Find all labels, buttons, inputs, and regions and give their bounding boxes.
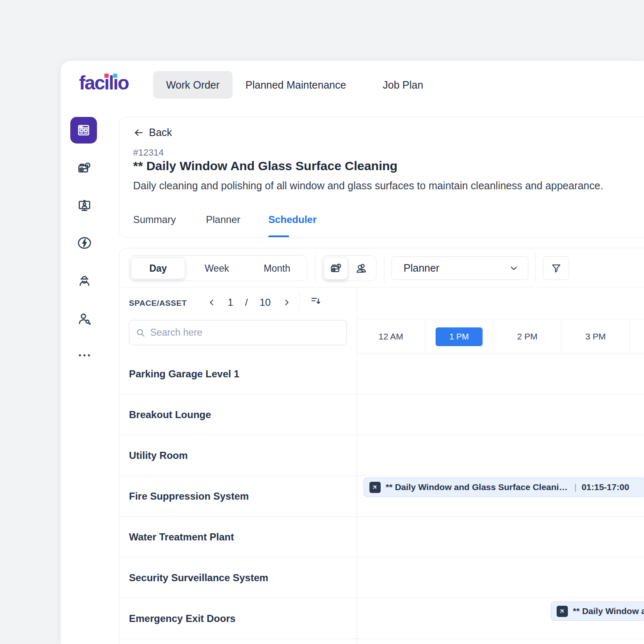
filter-button[interactable] bbox=[543, 256, 569, 280]
row-label: Parking Garage Level 1 bbox=[129, 368, 239, 380]
row-label: Security Surveillance System bbox=[129, 572, 268, 584]
row-label: Breakout Lounge bbox=[129, 409, 211, 421]
hour-cell-12am[interactable]: 12 AM bbox=[357, 320, 425, 353]
nav-tab-planned-maintenance[interactable]: Planned Maintenance bbox=[245, 71, 346, 99]
table-row[interactable]: Utility Room bbox=[119, 435, 644, 476]
logo-dot-teal bbox=[113, 74, 117, 78]
nav-tab-job-plan[interactable]: Job Plan bbox=[383, 71, 423, 99]
pagination: 1 / 10 bbox=[208, 294, 291, 311]
table-row[interactable]: Water Treatment Plant bbox=[119, 517, 644, 557]
page-separator: / bbox=[245, 297, 248, 308]
scheduled-event-emergency-exit[interactable]: ✈ ** Daily Window and Glass Surface Clea… bbox=[551, 602, 644, 621]
toolbar-divider bbox=[535, 254, 536, 283]
sidebar-item-energy[interactable] bbox=[76, 235, 93, 251]
energy-bolt-icon bbox=[76, 235, 93, 251]
airplane-icon: ✈ bbox=[557, 606, 568, 617]
hour-cell-1pm-selected[interactable]: 1 PM bbox=[425, 320, 493, 353]
planner-dropdown[interactable]: Planner bbox=[391, 256, 528, 280]
hour-cell-3pm[interactable]: 3 PM bbox=[562, 320, 630, 353]
toolbar-divider bbox=[384, 254, 384, 283]
back-button[interactable]: Back bbox=[133, 126, 172, 139]
asset-cost-icon: $ bbox=[76, 160, 93, 176]
event-title: ** Daily Window and Glass Surface Cleani… bbox=[573, 606, 644, 616]
space-asset-search bbox=[129, 320, 347, 345]
group-by-asset-button[interactable]: $ bbox=[324, 257, 348, 280]
sidebar-item-more[interactable] bbox=[76, 347, 93, 364]
toolbar-divider bbox=[315, 254, 315, 283]
row-label: Emergency Exit Doors bbox=[129, 613, 235, 624]
back-arrow-icon bbox=[133, 127, 144, 138]
view-mode-month[interactable]: Month bbox=[247, 256, 307, 281]
view-mode-day[interactable]: Day bbox=[131, 258, 185, 279]
row-label: Water Treatment Plant bbox=[129, 531, 234, 543]
hour-label: 3 PM bbox=[585, 332, 606, 342]
logo-dot-pink bbox=[104, 74, 109, 78]
visitor-screen-icon bbox=[76, 197, 93, 214]
asset-cost-icon: $ bbox=[329, 261, 343, 275]
table-row-partial bbox=[119, 639, 644, 644]
filter-funnel-icon bbox=[550, 263, 562, 274]
sidebar-item-visitors[interactable] bbox=[76, 197, 93, 214]
sort-button[interactable] bbox=[307, 292, 324, 309]
view-mode-segmented-control: Day Week Month bbox=[129, 255, 307, 281]
workorder-header-card: Back #12314 ** Daily Window And Glass Su… bbox=[119, 117, 644, 238]
airplane-icon: ✈ bbox=[369, 482, 381, 493]
selected-hour-pill: 1 PM bbox=[436, 327, 483, 346]
toolbar-bottom-divider bbox=[119, 287, 644, 287]
facilio-logo: facılıo bbox=[79, 72, 129, 94]
row-label: Utility Room bbox=[129, 450, 188, 461]
chevron-down-icon bbox=[509, 263, 519, 273]
people-icon bbox=[354, 261, 369, 275]
scheduler-grid: Parking Garage Level 1 Breakout Lounge U… bbox=[119, 354, 644, 644]
tab-summary[interactable]: Summary bbox=[133, 214, 176, 225]
planner-dropdown-value: Planner bbox=[404, 262, 509, 274]
event-separator: | bbox=[574, 482, 576, 492]
nav-tab-work-order[interactable]: Work Order bbox=[153, 71, 233, 99]
view-mode-week[interactable]: Week bbox=[187, 256, 247, 281]
page-next-button[interactable] bbox=[282, 298, 291, 307]
space-asset-column-header: SPACE/ASSET bbox=[129, 299, 187, 308]
app-window: facılıo Work Order Planned Maintenance J… bbox=[60, 60, 644, 644]
event-title: ** Daily Window and Glass Surface Cleani… bbox=[386, 482, 567, 492]
table-row[interactable]: Security Surveillance System bbox=[119, 557, 644, 598]
active-tab-underline bbox=[268, 235, 289, 238]
search-icon bbox=[135, 327, 146, 338]
grouping-toggle: $ bbox=[322, 255, 376, 281]
table-row[interactable]: Parking Garage Level 1 bbox=[119, 354, 644, 394]
back-label: Back bbox=[149, 126, 172, 139]
sidebar-item-dashboard[interactable] bbox=[70, 117, 97, 144]
hour-label: 12 AM bbox=[379, 332, 404, 342]
scheduler-card: Day Week Month $ bbox=[119, 248, 644, 644]
hour-label: 2 PM bbox=[517, 332, 537, 342]
page-current: 1 bbox=[228, 297, 233, 308]
tab-scheduler[interactable]: Scheduler bbox=[268, 214, 317, 225]
workorder-id: #12314 bbox=[133, 147, 163, 158]
sidebar-item-workforce[interactable] bbox=[76, 272, 93, 289]
page-total: 10 bbox=[260, 297, 271, 308]
dashboard-window-icon bbox=[76, 123, 91, 138]
scheduled-event-fire-suppression[interactable]: ✈ ** Daily Window and Glass Surface Clea… bbox=[364, 478, 644, 497]
group-by-team-button[interactable] bbox=[349, 257, 373, 280]
timeline-hour-header: 12 AM 1 PM 2 PM 3 PM bbox=[357, 320, 644, 354]
sidebar-item-assets[interactable]: $ bbox=[76, 160, 93, 176]
svg-text:$: $ bbox=[338, 264, 339, 267]
search-input[interactable] bbox=[150, 327, 347, 338]
sidebar-item-tenants[interactable] bbox=[76, 310, 93, 327]
worker-hardhat-icon bbox=[76, 272, 93, 289]
row-label: Fire Suppression System bbox=[129, 490, 249, 502]
svg-text:$: $ bbox=[87, 163, 89, 167]
sort-icon bbox=[310, 295, 322, 307]
hour-cell-2pm[interactable]: 2 PM bbox=[493, 320, 562, 353]
hour-cell-partial bbox=[630, 320, 644, 353]
workorder-description: Daily cleaning and polishing of all wind… bbox=[133, 180, 644, 192]
workorder-title: ** Daily Window And Glass Surface Cleani… bbox=[133, 159, 397, 173]
event-time: 01:15-17:00 bbox=[582, 482, 629, 492]
page-prev-button[interactable] bbox=[208, 298, 216, 307]
more-dots-icon bbox=[76, 347, 93, 364]
tab-planner[interactable]: Planner bbox=[206, 214, 240, 225]
person-key-icon bbox=[76, 310, 93, 327]
table-row[interactable]: Breakout Lounge bbox=[119, 394, 644, 435]
pager-sort-divider bbox=[299, 291, 300, 310]
